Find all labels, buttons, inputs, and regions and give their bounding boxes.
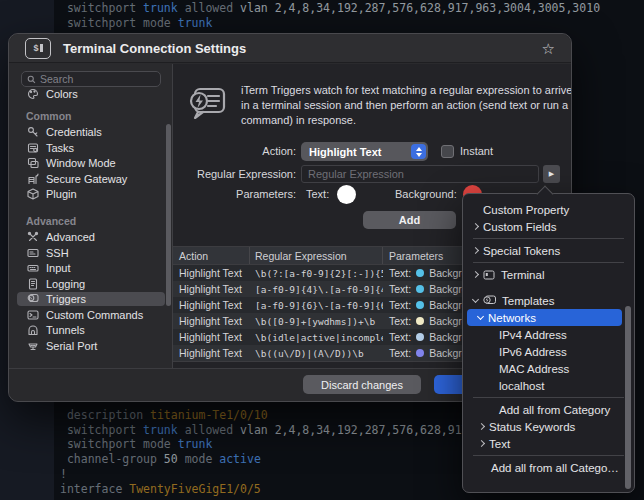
chevron-right-icon [478, 423, 485, 430]
menu-item-label: Add all from all Catego… [491, 462, 619, 474]
text-color-dot [416, 269, 424, 277]
terminal-mini-icon [483, 270, 495, 280]
menu-item-custom-property[interactable]: Custom Property [463, 201, 634, 218]
menu-item-special-tokens[interactable]: Special Tokens [463, 242, 634, 259]
chevron-down-icon [472, 295, 479, 302]
sidebar-item-custom-commands[interactable]: Custom Commands [17, 308, 165, 322]
regex-placeholder: Regular Expression [308, 168, 404, 180]
menu-item-add-all-from-category[interactable]: Add all from Category [463, 401, 634, 418]
cell-regex: [a-f0-9]{4}\.[a-f0-9]{4}\.[a-f… [250, 284, 383, 295]
sidebar-item-label: Plugin [46, 188, 77, 200]
menu-item-label: IPv4 Address [499, 329, 567, 341]
dialog-title: Terminal Connection Settings [63, 41, 246, 56]
parameters-label: Parameters: [173, 188, 296, 200]
chevron-right-icon [472, 223, 479, 230]
menu-separator [473, 238, 624, 239]
menu-item-networks[interactable]: Networks [467, 309, 622, 326]
triggers-feature-icon [186, 84, 228, 130]
param-text-label: Text: [389, 315, 411, 327]
sidebar-item-ssh[interactable]: SSH [17, 246, 165, 260]
cell-action: Highlight Text [173, 315, 250, 327]
key-icon [26, 126, 39, 138]
favorite-star-icon[interactable]: ☆ [542, 41, 555, 56]
menu-item-add-all-from-all-categories[interactable]: Add all from all Catego… [463, 459, 634, 476]
search-input[interactable]: Search [21, 71, 161, 87]
sidebar-item-triggers[interactable]: Triggers [17, 292, 165, 306]
menu-item-label: Custom Fields [483, 221, 557, 233]
sidebar-item-tunnels[interactable]: Tunnels [17, 323, 165, 337]
sidebar-scrollbar[interactable] [166, 124, 171, 306]
menu-item-label: Networks [488, 312, 536, 324]
cell-regex: \b(?:[a-f0-9]{2}[:-]){5}[a-f0-… [250, 268, 383, 279]
menu-item-text[interactable]: Text [463, 435, 634, 452]
cell-regex: \b((u\/D)|(A\/D))\b [250, 348, 383, 359]
action-label: Action: [173, 145, 296, 157]
param-text-label: Text: [389, 347, 411, 359]
serial-port-icon [26, 340, 39, 352]
menu-item-terminal[interactable]: Terminal [463, 266, 634, 283]
menu-item-templates[interactable]: Templates [463, 292, 634, 309]
regex-input[interactable]: Regular Expression [301, 165, 539, 183]
menu-item-label: Special Tokens [483, 245, 560, 257]
menu-item-ipv6-address[interactable]: IPv6 Address [463, 343, 634, 360]
cell-regex: \b(idle|active|incomplete|noa… [250, 332, 383, 343]
sidebar-item-label: Logging [46, 278, 85, 290]
sidebar-item-plugin[interactable]: Plugin [17, 187, 165, 201]
menu-item-ipv4-address[interactable]: IPv4 Address [463, 326, 634, 343]
sidebar-item-colors[interactable]: Colors [17, 87, 165, 101]
templates-mini-icon [483, 295, 496, 306]
gateway-icon [26, 173, 39, 185]
background-color-label: Background: [395, 188, 457, 200]
menu-item-label: MAC Address [499, 363, 569, 375]
cell-regex: [a-f0-9]{6}\-[a-f0-9]{6} [250, 300, 383, 311]
column-header-action[interactable]: Action [173, 247, 250, 264]
menu-item-status-keywords[interactable]: Status Keywords [463, 418, 634, 435]
text-color-well[interactable] [337, 185, 356, 204]
add-button[interactable]: Add [363, 211, 456, 229]
sidebar-item-secure-gateway[interactable]: Secure Gateway [17, 172, 165, 186]
instant-checkbox[interactable] [441, 145, 454, 158]
menu-separator [473, 455, 624, 456]
action-selected-value: Highlight Text [309, 146, 411, 158]
sidebar-item-logging[interactable]: Logging [17, 277, 165, 291]
param-text-label: Text: [389, 299, 411, 311]
sidebar-item-label: SSH [46, 247, 69, 259]
menu-item-mac-address[interactable]: MAC Address [463, 360, 634, 377]
chevron-right-icon [478, 440, 485, 447]
search-placeholder: Search [40, 73, 73, 85]
sidebar-item-window-mode[interactable]: Window Mode [17, 156, 165, 170]
sidebar-item-label: Advanced [46, 231, 95, 243]
sidebar-item-credentials[interactable]: Credentials [17, 125, 165, 139]
cube-icon [26, 188, 39, 200]
log-file-icon [26, 278, 39, 290]
chevron-down-icon [477, 312, 484, 319]
chevron-right-icon [472, 271, 479, 278]
chevron-right-icon [472, 247, 479, 254]
cell-regex: \b([0-9]+[ywdhms])+\b [250, 316, 383, 327]
regex-snippets-button[interactable]: ▶ [543, 165, 560, 183]
sidebar-item-tasks[interactable]: Tasks [17, 141, 165, 155]
prompt-icon [26, 309, 39, 321]
settings-sidebar: Search Colors Common Credentials Tasks W… [9, 64, 173, 369]
cell-action: Highlight Text [173, 283, 250, 295]
menu-item-label: Terminal [501, 269, 544, 281]
trigger-bolt-icon [26, 293, 39, 305]
terminal-app-icon: $ [25, 38, 51, 59]
sidebar-item-label: Colors [46, 88, 78, 100]
action-select[interactable]: Highlight Text [301, 142, 428, 161]
sidebar-item-serial-port[interactable]: Serial Port [17, 339, 165, 353]
discard-changes-button[interactable]: Discard changes [303, 375, 421, 394]
sidebar-item-input[interactable]: Input [17, 261, 165, 275]
menu-scrollbar[interactable] [625, 306, 631, 489]
sidebar-item-label: Tunnels [46, 324, 85, 336]
menu-item-localhost[interactable]: localhost [463, 377, 634, 394]
tools-icon [26, 231, 39, 243]
menu-item-custom-fields[interactable]: Custom Fields [463, 218, 634, 235]
column-header-regex[interactable]: Regular Expression [250, 247, 383, 264]
text-color-dot [416, 285, 424, 293]
sidebar-item-advanced[interactable]: Advanced [17, 230, 165, 244]
menu-item-label: IPv6 Address [499, 346, 567, 358]
text-color-label: Text: [306, 188, 329, 200]
sidebar-item-label: Credentials [46, 126, 102, 138]
dialog-titlebar: $ Terminal Connection Settings ☆ [9, 34, 571, 63]
